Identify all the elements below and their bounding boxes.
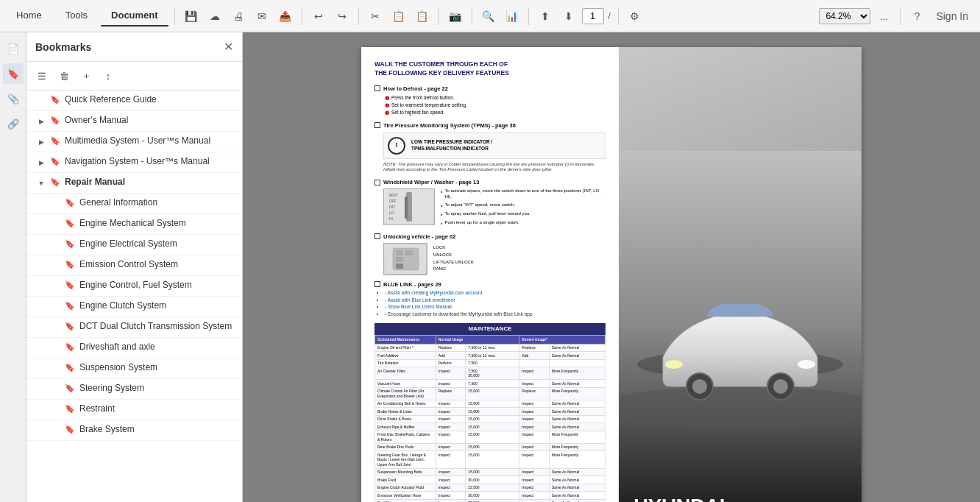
- sidebar-item-driveshaft[interactable]: 🔖 Driveshaft and axle: [26, 338, 242, 358]
- tab-tools[interactable]: Tools: [55, 5, 98, 26]
- maint-severe-action: Inspect: [519, 408, 549, 416]
- sidebar-item-suspension[interactable]: 🔖 Suspension System: [26, 358, 242, 379]
- expand-arrow[interactable]: ▶: [35, 136, 47, 148]
- bookmark-icon: 🔖: [65, 301, 75, 311]
- unlock-image: [383, 243, 427, 275]
- expand-placeholder: [50, 301, 62, 313]
- sep2: [302, 7, 302, 25]
- sidebar-item-repair-manual[interactable]: ▼ 🔖 Repair Manual: [26, 173, 242, 194]
- bookmark-icon: 🔖: [65, 280, 75, 291]
- paste-button[interactable]: 📋: [412, 6, 433, 26]
- tpms-indicator: LOW TIRE PRESSURE INDICATOR / TPMS MALFU…: [411, 139, 492, 152]
- sidebar-item-engine-control[interactable]: 🔖 Engine Control, Fuel System: [26, 276, 242, 297]
- tpms-title: Tire Pressure Monitoring System (TPMS) -…: [383, 122, 516, 130]
- settings-button[interactable]: ⚙: [625, 6, 645, 26]
- bluelink-item3: - Show Blue Link Users Manual: [385, 304, 606, 310]
- sign-in-button[interactable]: Sign In: [930, 6, 974, 26]
- expand-arrow[interactable]: ▶: [35, 116, 47, 127]
- wiper-checkbox: [374, 180, 380, 185]
- bookmark-icon: 🔖: [65, 425, 75, 435]
- tab-document[interactable]: Document: [101, 5, 168, 26]
- sep6: [528, 7, 529, 25]
- sidebar-item-engine-elec[interactable]: 🔖 Engine Electrical System: [26, 235, 242, 255]
- sidebar-item-quick-reference[interactable]: 🔖 Quick Reference Guide: [26, 91, 242, 111]
- icon-bar-bookmark[interactable]: 🔖: [3, 63, 24, 84]
- help-button[interactable]: ?: [906, 6, 927, 26]
- sidebar-item-steering[interactable]: 🔖 Steering System: [26, 379, 242, 400]
- maint-service: Rear Brake Disc Pads: [375, 443, 436, 451]
- maint-severe-action: Inspect: [519, 431, 549, 443]
- sidebar-content[interactable]: 🔖 Quick Reference Guide ▶ 🔖 Owner's Manu…: [26, 91, 242, 502]
- bookmark-label: General Information: [79, 197, 157, 209]
- more-button[interactable]: ...: [873, 6, 894, 26]
- page-number-input[interactable]: 1: [582, 8, 604, 24]
- nav-down-button[interactable]: ⬇: [558, 6, 579, 26]
- zoom-select[interactable]: 64.2% 50% 75% 100%: [819, 8, 870, 24]
- camera-button[interactable]: 📷: [445, 6, 466, 26]
- maint-severe-val: Same As Normal: [549, 484, 605, 492]
- sidebar-item-general-info[interactable]: 🔖 General Information: [26, 194, 242, 214]
- upload-button[interactable]: ☁: [205, 6, 225, 26]
- cut-button[interactable]: ✂: [365, 6, 386, 26]
- undo-button[interactable]: ↩: [308, 6, 329, 26]
- unlock-liftgate: LIFTGATE UNLOCK: [433, 260, 474, 266]
- doc-viewer[interactable]: WALK THE CUSTOMER THROUGH EACH OF THE FO…: [243, 32, 980, 502]
- search-button[interactable]: 🔍: [478, 6, 499, 26]
- sidebar-move-button[interactable]: ↕: [99, 66, 118, 85]
- copy-button[interactable]: 📋: [388, 6, 409, 26]
- maint-normal-action: Inspect: [436, 431, 465, 443]
- bookmark-icon: 🔖: [65, 342, 75, 353]
- maint-normal-action: Inspect: [436, 476, 465, 484]
- sidebar-add-button[interactable]: ＋: [77, 66, 96, 85]
- table-row: Engine Oil and Filter * Replace 7,500 or…: [375, 344, 606, 352]
- sidebar-item-restraint[interactable]: 🔖 Restraint: [26, 400, 242, 420]
- wiper-section: Windshield Wiper / Washer - page 13 MIST: [374, 179, 606, 227]
- sidebar-item-dct[interactable]: 🔖 DCT Dual Clutch Transmission System: [26, 317, 242, 338]
- defrost-section: How to Defrost - page 22 ❶Press the fron…: [374, 85, 606, 116]
- sep1: [174, 7, 175, 25]
- email-button[interactable]: ✉: [252, 6, 272, 26]
- sep5: [472, 7, 472, 25]
- wiper-step3: To spray washer fluid, pull lever toward…: [444, 211, 530, 217]
- sidebar-item-multimedia[interactable]: ▶ 🔖 Multimedia System - User™s Manual: [26, 132, 242, 152]
- sidebar-menu-button[interactable]: ☰: [32, 66, 52, 85]
- table-row: Steering Gear Box, Linkage & Boots / Low…: [375, 451, 606, 469]
- chart-button[interactable]: 📊: [502, 6, 522, 26]
- page-title: WALK THE CUSTOMER THROUGH EACH OF THE FO…: [374, 60, 606, 78]
- sidebar-item-emission[interactable]: 🔖 Emission Control System: [26, 255, 242, 276]
- sidebar-item-clutch[interactable]: 🔖 Engine Clutch System: [26, 297, 242, 317]
- bookmark-icon: 🔖: [65, 383, 75, 394]
- expand-arrow[interactable]: ▶: [35, 157, 47, 169]
- tab-home[interactable]: Home: [6, 5, 52, 26]
- sidebar-item-engine-mech[interactable]: 🔖 Engine Mechanical System: [26, 214, 242, 235]
- icon-bar-page[interactable]: 📄: [3, 38, 24, 59]
- maint-service: Engine Clutch Actuator Fluid: [375, 484, 436, 492]
- sidebar-item-navigation[interactable]: ▶ 🔖 Navigation System - User™s Manual: [26, 152, 242, 173]
- svg-rect-11: [396, 257, 403, 262]
- tpms-note: NOTE: Tire pressure may vary in colder t…: [383, 162, 606, 174]
- car-model-line1: HYUNDAI: [633, 496, 772, 502]
- maint-severe-val: Same As Normal: [549, 468, 605, 476]
- maintenance-area: MAINTENANCE Scheduled Maintenance Normal…: [374, 323, 606, 502]
- sidebar-close-button[interactable]: ✕: [224, 40, 233, 54]
- expand-placeholder: [50, 280, 62, 292]
- sidebar-delete-button[interactable]: 🗑: [54, 66, 74, 85]
- maint-severe-val: More Frequently: [549, 451, 605, 469]
- wiper-title: Windshield Wiper / Washer - page 13: [383, 179, 479, 186]
- icon-bar-link[interactable]: 🔗: [3, 113, 24, 134]
- defrost-step3: Set to highest fan speed.: [391, 110, 444, 116]
- save-button[interactable]: 💾: [181, 6, 202, 26]
- sidebar-item-owners-manual[interactable]: ▶ 🔖 Owner's Manual: [26, 111, 242, 132]
- nav-up-button[interactable]: ⬆: [535, 6, 555, 26]
- export-button[interactable]: 📤: [275, 6, 296, 26]
- print-button[interactable]: 🖨: [228, 6, 249, 26]
- sidebar-item-brake[interactable]: 🔖 Brake System: [26, 420, 242, 441]
- sidebar: Bookmarks ✕ ☰ 🗑 ＋ ↕ 🔖 Quick Reference Gu…: [26, 32, 243, 502]
- maint-service: Engine Oil and Filter *: [375, 344, 436, 352]
- icon-bar-attach[interactable]: 📎: [3, 88, 24, 109]
- table-row: Brake Fluid Inspect 30,000 Inspect Same …: [375, 476, 606, 484]
- sep8: [900, 7, 901, 25]
- maint-normal-action: Inspect: [436, 367, 465, 380]
- redo-button[interactable]: ↪: [332, 6, 352, 26]
- expand-arrow[interactable]: ▼: [35, 177, 47, 189]
